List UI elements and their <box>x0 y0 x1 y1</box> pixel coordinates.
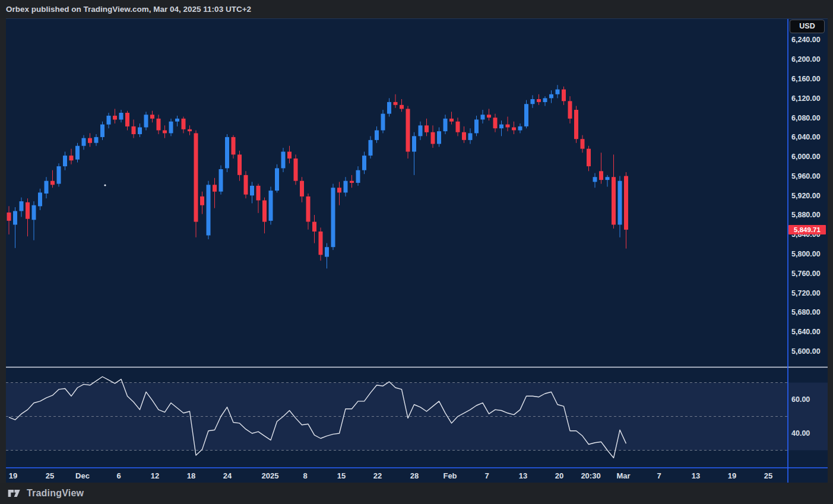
candle-body <box>63 156 67 166</box>
brand-text[interactable]: TradingView <box>27 488 84 499</box>
candle-body <box>331 188 335 247</box>
candle-body <box>275 168 279 191</box>
price-tick-label: 5,800.00 <box>791 250 821 258</box>
time-tick-label: 15 <box>337 471 346 480</box>
rsi-tick-label: 60.00 <box>791 395 810 404</box>
candle-body <box>499 125 503 129</box>
candle-body <box>319 232 323 255</box>
time-tick-label: 6 <box>116 471 121 480</box>
published-chart-page: Orbex published on TradingView.com, Mar … <box>0 0 833 504</box>
candle-body <box>618 181 622 225</box>
footer-bar: TradingView <box>0 483 833 504</box>
price-tick-label: 6,160.00 <box>791 75 821 83</box>
candle-body <box>244 175 248 195</box>
candle-body <box>312 222 316 232</box>
candle-body <box>369 140 373 156</box>
time-tick-label: 25 <box>764 471 772 480</box>
candle-body <box>100 125 104 137</box>
candle-body <box>82 138 86 146</box>
price-tick-label: 6,200.00 <box>791 55 821 64</box>
candle-body <box>581 139 585 148</box>
candle-body <box>356 170 360 183</box>
candle-body <box>75 146 80 160</box>
candle-body <box>493 118 498 128</box>
time-tick-label: 20:30 <box>581 471 600 480</box>
candle-body <box>232 137 236 155</box>
candle-body <box>200 196 204 205</box>
candle-body <box>32 205 36 220</box>
candle-body <box>132 126 136 134</box>
candle-body <box>599 171 603 180</box>
time-tick-label: Mar <box>616 471 630 480</box>
candle-body <box>306 196 311 222</box>
candle-body <box>337 188 341 192</box>
candle-body <box>624 176 628 230</box>
time-tick-label: 7 <box>484 471 489 480</box>
price-tick-label: 5,640.00 <box>791 328 821 336</box>
candle-body <box>449 119 454 122</box>
time-tick-label: 22 <box>373 471 382 480</box>
candle-body <box>26 202 30 219</box>
candle-body <box>138 128 142 135</box>
candle-body <box>425 125 429 132</box>
price-chart-canvas[interactable]: 6,240.006,200.006,160.006,120.006,080.00… <box>6 19 828 483</box>
candle-body <box>7 213 11 221</box>
price-tick-label: 5,880.00 <box>791 211 821 219</box>
candle-body <box>50 181 55 185</box>
candle-body <box>262 201 267 222</box>
candle-body <box>394 102 398 105</box>
candle-body <box>487 115 491 118</box>
candle-body <box>512 128 516 131</box>
candle-body <box>219 169 223 192</box>
candle-body <box>537 99 541 102</box>
price-tick-label: 6,040.00 <box>791 133 821 141</box>
candle-body <box>574 110 578 139</box>
candle-body <box>350 181 354 183</box>
candle-body <box>606 177 610 180</box>
price-axis[interactable]: 6,240.006,200.006,160.006,120.006,080.00… <box>791 36 821 356</box>
candle-body <box>387 102 391 114</box>
candle-body <box>13 211 17 225</box>
candle-body <box>119 113 123 120</box>
time-tick-label: 19 <box>9 471 17 480</box>
candle-body <box>456 122 460 132</box>
time-axis[interactable]: 1925Dec612182420258152228Feb7132020:30Ma… <box>9 471 772 480</box>
price-tick-label: 6,240.00 <box>791 36 821 44</box>
rsi-tick-label: 40.00 <box>791 429 810 438</box>
candle-body <box>237 154 242 175</box>
candle-body <box>107 116 111 125</box>
candle-body <box>524 104 528 126</box>
candle-body <box>157 119 161 131</box>
price-tick-label: 6,080.00 <box>791 114 821 122</box>
time-tick-label: 18 <box>187 471 195 480</box>
candle-body <box>556 90 560 94</box>
currency-button[interactable]: USD <box>790 20 825 33</box>
candle-body <box>431 132 435 144</box>
time-tick-label: 2025 <box>262 471 279 480</box>
chart-panel: 6,240.006,200.006,160.006,120.006,080.00… <box>6 18 828 483</box>
candle-body <box>549 94 553 99</box>
time-tick-label: 7 <box>657 471 661 480</box>
candle-body <box>250 186 254 195</box>
price-tick-label: 6,000.00 <box>791 153 821 161</box>
price-tick-label: 5,680.00 <box>791 308 821 316</box>
time-tick-label: 20 <box>555 471 563 480</box>
candle-body <box>474 119 479 133</box>
candle-body <box>163 131 167 134</box>
candle-body <box>362 156 366 170</box>
candle-body <box>169 122 173 134</box>
candle-body <box>125 113 129 126</box>
candle-body <box>45 181 49 194</box>
candle-body <box>462 132 466 140</box>
candle-body <box>419 125 423 136</box>
time-tick-label: 8 <box>303 471 307 480</box>
time-tick-label: 25 <box>46 471 54 480</box>
candle-body <box>150 115 154 119</box>
candle-body <box>207 185 211 235</box>
candle-body <box>144 115 148 127</box>
candle-body <box>225 137 229 169</box>
price-tick-label: 5,920.00 <box>791 192 821 200</box>
last-price-label: 5,849.71 <box>788 225 826 234</box>
candle-body <box>325 247 329 256</box>
tradingview-logo-icon[interactable] <box>8 487 22 499</box>
